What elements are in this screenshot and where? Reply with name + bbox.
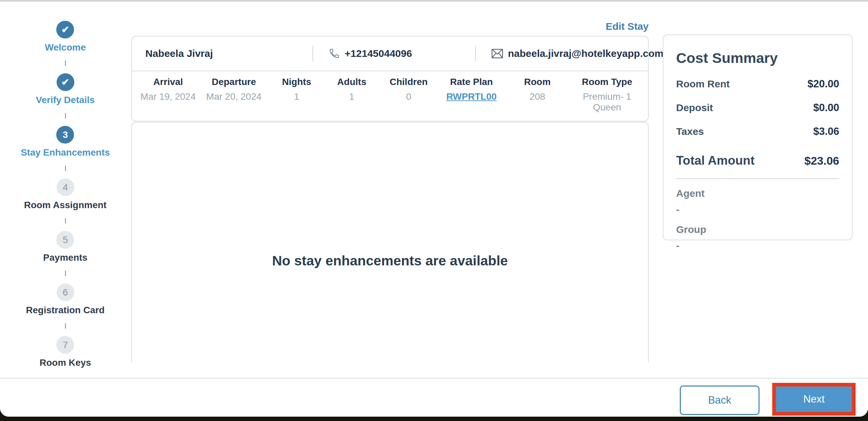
stepper-item-label: Room Assignment bbox=[24, 199, 106, 211]
cost-row-deposit: Deposit $0.00 bbox=[676, 102, 839, 114]
app-window: ✔ Welcome ✔ Verify Details 3 Stay Enhanc… bbox=[0, 0, 868, 417]
guest-name: Nabeela Jivraj bbox=[145, 48, 213, 59]
stepper-connector bbox=[65, 166, 66, 171]
check-icon: ✔ bbox=[56, 21, 74, 38]
column-value: Premium- 1 Queen bbox=[571, 91, 643, 113]
next-button-highlight-box: Next bbox=[772, 383, 856, 416]
group-label: Group bbox=[676, 224, 839, 235]
stepper-connector bbox=[65, 271, 66, 276]
stay-detail-room: Room 208 bbox=[504, 77, 571, 113]
stay-detail-room-type: Room Type Premium- 1 Queen bbox=[571, 77, 643, 113]
total-value: $23.06 bbox=[804, 154, 839, 167]
stay-enhancements-panel: No stay enhancements are available bbox=[131, 122, 649, 362]
column-value: 1 bbox=[268, 91, 325, 102]
column-header: Room Type bbox=[571, 77, 643, 87]
email-icon bbox=[491, 48, 503, 59]
rate-plan-link[interactable]: RWPRTL00 bbox=[439, 91, 504, 102]
stepper-item-label: Welcome bbox=[45, 42, 86, 53]
column-value: 1 bbox=[325, 91, 378, 102]
agent-value: - bbox=[676, 204, 839, 215]
cost-row-taxes: Taxes $3.06 bbox=[676, 126, 839, 137]
edit-stay-link[interactable]: Edit Stay bbox=[131, 21, 649, 32]
cost-summary-divider bbox=[676, 179, 839, 179]
step-number-badge: 5 bbox=[56, 231, 74, 249]
stepper-item-label: Room Keys bbox=[39, 357, 91, 368]
stepper-item-label: Payments bbox=[43, 252, 87, 263]
stepper-item-stay-enhancements[interactable]: 3 Stay Enhancements bbox=[21, 126, 110, 158]
stepper-item-registration-card[interactable]: 6 Registration Card bbox=[26, 284, 105, 316]
cost-summary-card: Cost Summary Room Rent $20.00 Deposit $0… bbox=[663, 34, 852, 240]
total-label: Total Amount bbox=[676, 154, 754, 168]
step-number-badge: 3 bbox=[56, 126, 74, 143]
checkin-stepper: ✔ Welcome ✔ Verify Details 3 Stay Enhanc… bbox=[0, 21, 131, 368]
stay-detail-arrival: Arrival Mar 19, 2024 bbox=[136, 77, 199, 113]
column-header: Arrival bbox=[136, 77, 199, 87]
stepper-item-room-assignment[interactable]: 4 Room Assignment bbox=[24, 179, 106, 211]
column-header: Room bbox=[504, 77, 571, 87]
wizard-footer: Back Next bbox=[0, 378, 868, 417]
cost-value: $0.00 bbox=[813, 102, 839, 114]
window-top-strip bbox=[0, 0, 868, 2]
stepper-connector bbox=[65, 113, 66, 119]
check-icon: ✔ bbox=[57, 73, 74, 91]
stay-detail-children: Children 0 bbox=[378, 77, 439, 113]
column-header: Departure bbox=[199, 77, 268, 87]
stepper-item-verify-details[interactable]: ✔ Verify Details bbox=[36, 73, 95, 106]
cost-label: Taxes bbox=[676, 126, 704, 137]
cost-label: Deposit bbox=[676, 102, 713, 114]
step-number-badge: 7 bbox=[56, 336, 74, 354]
column-value: 208 bbox=[504, 91, 571, 102]
group-value: - bbox=[676, 240, 839, 251]
guest-name-section: Nabeela Jivraj bbox=[132, 36, 312, 71]
column-value: 0 bbox=[378, 91, 439, 102]
guest-email-section: nabeela.jivraj@hotelkeyapp.com bbox=[475, 36, 648, 71]
stay-detail-adults: Adults 1 bbox=[325, 77, 378, 113]
next-button[interactable]: Next bbox=[776, 387, 852, 412]
stepper-item-room-keys[interactable]: 7 Room Keys bbox=[39, 336, 91, 368]
column-value: Mar 20, 2024 bbox=[199, 91, 268, 102]
stay-detail-departure: Departure Mar 20, 2024 bbox=[199, 77, 268, 113]
guest-phone: +12145044096 bbox=[345, 48, 412, 59]
cost-row-total: Total Amount $23.06 bbox=[676, 154, 839, 168]
guest-phone-section: +12145044096 bbox=[312, 36, 475, 71]
stepper-item-label: Registration Card bbox=[26, 304, 105, 316]
back-button[interactable]: Back bbox=[680, 386, 760, 415]
agent-block: Agent - bbox=[676, 188, 839, 215]
stepper-item-label: Stay Enhancements bbox=[21, 147, 110, 158]
cost-value: $3.06 bbox=[813, 126, 839, 137]
column-header: Rate Plan bbox=[439, 77, 504, 87]
column-value: Mar 19, 2024 bbox=[136, 91, 199, 102]
guest-email: nabeela.jivraj@hotelkeyapp.com bbox=[508, 48, 663, 59]
stepper-item-welcome[interactable]: ✔ Welcome bbox=[45, 21, 86, 53]
cost-value: $20.00 bbox=[807, 78, 839, 90]
stay-detail-rate-plan: Rate Plan RWPRTL00 bbox=[439, 77, 504, 113]
stay-details-row: Arrival Mar 19, 2024 Departure Mar 20, 2… bbox=[132, 71, 648, 121]
step-number-badge: 6 bbox=[57, 284, 74, 301]
group-block: Group - bbox=[676, 224, 839, 251]
column-header: Adults bbox=[325, 77, 378, 87]
cost-row-room-rent: Room Rent $20.00 bbox=[676, 78, 839, 90]
column-header: Children bbox=[378, 77, 439, 87]
stepper-item-label: Verify Details bbox=[36, 94, 95, 106]
phone-icon bbox=[329, 48, 340, 59]
stepper-item-payments[interactable]: 5 Payments bbox=[43, 231, 87, 263]
cost-label: Room Rent bbox=[676, 78, 730, 90]
guest-info-row: Nabeela Jivraj +12145044096 nabeela.jivr… bbox=[132, 36, 648, 71]
cost-summary-title: Cost Summary bbox=[676, 50, 839, 66]
stepper-connector bbox=[65, 218, 66, 224]
stay-detail-nights: Nights 1 bbox=[268, 77, 325, 113]
empty-state-message: No stay enhancements are available bbox=[132, 253, 648, 269]
agent-label: Agent bbox=[676, 188, 839, 199]
stepper-connector bbox=[65, 61, 66, 66]
stepper-connector bbox=[65, 323, 66, 329]
reservation-summary-card: Nabeela Jivraj +12145044096 nabeela.jivr… bbox=[131, 36, 649, 122]
column-header: Nights bbox=[268, 77, 325, 87]
step-number-badge: 4 bbox=[57, 179, 74, 196]
